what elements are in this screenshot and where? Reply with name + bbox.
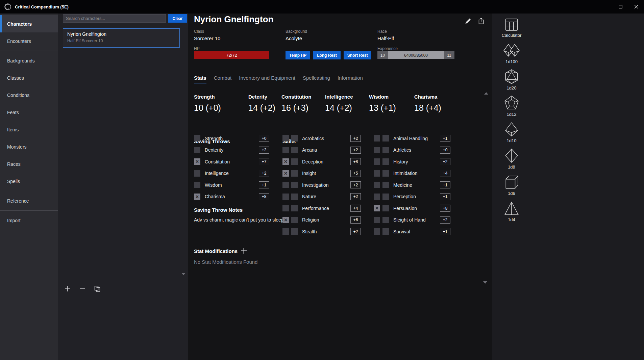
- roll-d8-button[interactable]: 1d8: [504, 148, 519, 170]
- proficiency-checkbox[interactable]: [282, 147, 289, 153]
- expertise-checkbox[interactable]: [291, 194, 298, 200]
- add-stat-modification-button[interactable]: [240, 247, 247, 254]
- skill-bonus: +4: [440, 170, 450, 177]
- nav-item-label: Feats: [7, 110, 19, 115]
- expertise-checkbox[interactable]: [291, 147, 298, 153]
- expertise-checkbox[interactable]: [291, 217, 298, 223]
- proficiency-checkbox[interactable]: [282, 135, 289, 142]
- tab-inventory[interactable]: Inventory and Equipment: [239, 75, 295, 83]
- proficiency-checkbox[interactable]: [374, 135, 380, 142]
- nav-item-backgrounds[interactable]: Backgrounds: [0, 52, 58, 69]
- nav-item-conditions[interactable]: Conditions: [0, 86, 58, 104]
- skill-label: Performance: [302, 206, 329, 211]
- expertise-checkbox[interactable]: [382, 205, 389, 211]
- close-button[interactable]: [628, 0, 644, 14]
- proficiency-checkbox[interactable]: [282, 228, 289, 235]
- expertise-checkbox[interactable]: [291, 170, 298, 177]
- sheet-scroll-down-button[interactable]: [483, 284, 487, 290]
- proficiency-checkbox[interactable]: [374, 194, 380, 200]
- proficiency-checkbox[interactable]: [282, 194, 289, 200]
- expertise-checkbox[interactable]: [382, 135, 389, 142]
- expertise-checkbox[interactable]: [382, 182, 389, 188]
- tab-spellcasting[interactable]: Spellcasting: [303, 75, 330, 83]
- nav-item-items[interactable]: Items: [0, 121, 58, 138]
- proficiency-checkbox[interactable]: ✕: [374, 205, 380, 211]
- list-scroll-down-button[interactable]: [181, 275, 185, 281]
- proficiency-checkbox[interactable]: ✕: [194, 158, 200, 165]
- tab-combat[interactable]: Combat: [214, 75, 232, 83]
- proficiency-checkbox[interactable]: [282, 205, 289, 211]
- nav-item-races[interactable]: Races: [0, 155, 58, 173]
- expertise-checkbox[interactable]: [382, 147, 389, 153]
- long-rest-button[interactable]: Long Rest: [313, 51, 341, 59]
- nav-item-monsters[interactable]: Monsters: [0, 138, 58, 155]
- proficiency-checkbox[interactable]: [194, 147, 200, 153]
- expertise-checkbox[interactable]: [382, 228, 389, 235]
- clear-search-button[interactable]: Clear: [168, 14, 187, 23]
- proficiency-checkbox[interactable]: [374, 170, 380, 177]
- chevron-down-icon: [181, 273, 185, 281]
- remove-character-button[interactable]: [79, 285, 86, 292]
- expertise-checkbox[interactable]: [382, 170, 389, 177]
- short-rest-button[interactable]: Short Rest: [344, 51, 372, 59]
- nav-item-spells[interactable]: Spells: [0, 173, 58, 190]
- proficiency-checkbox[interactable]: ✕: [282, 217, 289, 223]
- search-input[interactable]: [63, 14, 166, 23]
- expertise-checkbox[interactable]: [291, 158, 298, 165]
- edit-character-button[interactable]: [464, 17, 472, 25]
- roll-d100-button[interactable]: 1d100: [503, 43, 520, 64]
- expertise-checkbox[interactable]: [291, 135, 298, 142]
- minimize-button[interactable]: [597, 0, 613, 14]
- roll-d12-button[interactable]: 1d12: [504, 95, 519, 117]
- expertise-checkbox[interactable]: [291, 205, 298, 211]
- calculator-button[interactable]: Calculator: [502, 18, 522, 38]
- temp-hp-button[interactable]: Temp HP: [286, 51, 310, 59]
- expertise-checkbox[interactable]: [382, 194, 389, 200]
- tab-information[interactable]: Information: [338, 75, 363, 83]
- character-list-item[interactable]: Nyrion Gnelfington Half-Elf Sorcerer 10: [63, 28, 180, 48]
- duplicate-character-button[interactable]: [94, 285, 101, 292]
- roll-d6-button[interactable]: 1d6: [504, 174, 519, 196]
- proficiency-checkbox[interactable]: [194, 182, 200, 188]
- ability-value: 18 (+4): [414, 103, 441, 113]
- nav-item-reference[interactable]: Reference: [0, 192, 58, 209]
- proficiency-checkbox[interactable]: ✕: [282, 170, 289, 177]
- calculator-icon: [504, 18, 519, 32]
- proficiency-checkbox[interactable]: ✕: [282, 158, 289, 165]
- maximize-button[interactable]: [613, 0, 628, 14]
- proficiency-checkbox[interactable]: [374, 158, 380, 165]
- nav-divider: [0, 51, 58, 51]
- window-title: Critical Compendium (5E): [15, 4, 69, 9]
- proficiency-checkbox[interactable]: [194, 135, 200, 142]
- expertise-checkbox[interactable]: [291, 182, 298, 188]
- sheet-scroll-up-button[interactable]: [484, 86, 488, 93]
- export-character-button[interactable]: [477, 17, 485, 25]
- character-list-toolbar: [64, 285, 101, 292]
- roll-d20-button[interactable]: 1d20: [504, 69, 519, 91]
- proficiency-checkbox[interactable]: [374, 217, 380, 223]
- nav-item-classes[interactable]: Classes: [0, 69, 58, 86]
- nav-item-characters[interactable]: Characters: [0, 15, 58, 32]
- dice-roller-panel: Calculator 1d100 1d20: [492, 14, 644, 360]
- proficiency-checkbox[interactable]: [194, 170, 200, 177]
- ability-value: 14 (+2): [325, 103, 353, 113]
- window-controls: [597, 0, 644, 14]
- dice-label: 1d20: [507, 85, 517, 91]
- tab-stats[interactable]: Stats: [194, 75, 206, 83]
- nav-item-feats[interactable]: Feats: [0, 104, 58, 121]
- nav-item-import[interactable]: Import: [0, 212, 58, 229]
- nav-item-encounters[interactable]: Encounters: [0, 32, 58, 50]
- proficiency-checkbox[interactable]: [374, 182, 380, 188]
- proficiency-checkbox[interactable]: ✕: [194, 194, 200, 200]
- expertise-checkbox[interactable]: [382, 217, 389, 223]
- search-row: Clear: [63, 14, 187, 23]
- proficiency-checkbox[interactable]: [282, 182, 289, 188]
- roll-d4-button[interactable]: 1d4: [504, 201, 519, 222]
- roll-d10-button[interactable]: 1d10: [504, 122, 519, 143]
- add-character-button[interactable]: [64, 285, 71, 292]
- expertise-checkbox[interactable]: [291, 228, 298, 235]
- expertise-checkbox[interactable]: [382, 158, 389, 165]
- proficiency-checkbox[interactable]: [374, 147, 380, 153]
- saving-throw-row: Intelligence +2: [194, 170, 269, 177]
- proficiency-checkbox[interactable]: [374, 228, 380, 235]
